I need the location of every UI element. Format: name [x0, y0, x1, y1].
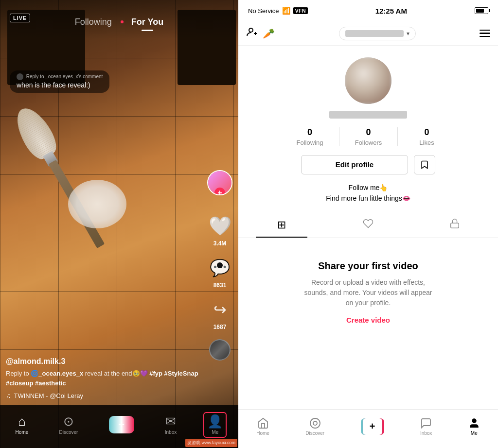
- music-disc: [209, 339, 231, 361]
- share-video-section: Share your first video Record or upload …: [238, 246, 498, 334]
- edit-profile-button[interactable]: Edit profile: [301, 155, 408, 174]
- likes-stat[interactable]: 0 Likes: [397, 127, 456, 146]
- nav-create[interactable]: [109, 416, 134, 433]
- wifi-icon: 📶: [282, 7, 290, 15]
- profile-top-nav: 🥕 ▾: [238, 21, 498, 46]
- nav-dot: [121, 20, 124, 23]
- top-navigation: LIVE Following For You: [0, 0, 238, 39]
- video-caption: Reply to 🌀_ocean.eyes_x reveal at the en…: [6, 369, 199, 388]
- me-highlight-box: [203, 412, 227, 438]
- caption-rest: reveal at the end🥹💜: [85, 370, 149, 377]
- svg-point-3: [313, 421, 317, 425]
- pnav-home[interactable]: Home: [256, 417, 269, 436]
- status-right: [475, 7, 488, 14]
- svg-point-4: [472, 419, 476, 423]
- tab-private[interactable]: [411, 212, 498, 238]
- right-actions: 🤍 3.4M 💬 8631 ↪ 1687: [207, 170, 232, 361]
- followers-count: 0: [366, 127, 371, 138]
- nav-inbox[interactable]: ✉ Inbox: [165, 415, 177, 435]
- username-pill[interactable]: ▾: [339, 27, 416, 40]
- avatar-section: [238, 46, 498, 111]
- battery-icon: [475, 7, 488, 14]
- bookmark-button[interactable]: [414, 155, 435, 174]
- discover-icon: ⊙: [63, 415, 74, 428]
- profile-nav-left: 🥕: [246, 26, 275, 41]
- music-disc-action[interactable]: [209, 339, 231, 361]
- following-count: 0: [307, 127, 312, 138]
- pnav-discover-icon: [309, 417, 321, 429]
- foryou-tab[interactable]: For You: [127, 15, 167, 29]
- creator-avatar-action[interactable]: [207, 170, 232, 195]
- video-info: @almond.milk.3 Reply to 🌀_ocean.eyes_x r…: [6, 357, 199, 399]
- status-left: No Service 📶 VFN: [248, 7, 308, 15]
- nav-inbox-label: Inbox: [165, 430, 177, 435]
- followers-label: Followers: [355, 139, 382, 146]
- heart-tab-icon: [363, 218, 374, 229]
- powder-puff: [68, 180, 126, 228]
- private-tab-icon: [449, 218, 460, 232]
- comment-count: 8631: [213, 282, 227, 289]
- likes-label: Likes: [419, 139, 434, 146]
- like-action[interactable]: 🤍 3.4M: [208, 214, 232, 247]
- music-title: TWINNEM - @Coi Leray: [14, 392, 84, 399]
- create-button[interactable]: [109, 416, 134, 433]
- comment-reply-to: Reply to _ocean.eyes_x's comment: [17, 73, 103, 80]
- pnav-create[interactable]: +: [361, 418, 384, 435]
- lock-icon: [449, 218, 460, 229]
- comment-action[interactable]: 💬 8631: [208, 256, 232, 289]
- username-blur-bar: [329, 111, 407, 119]
- action-buttons-row: Edit profile: [238, 155, 498, 174]
- share-video-description: Record or upload a video with effects, s…: [300, 277, 436, 308]
- profile-avatar: [345, 57, 391, 104]
- creator-avatar: [207, 170, 232, 195]
- comment-text: when is the face reveal:): [17, 81, 103, 89]
- nav-home[interactable]: ⌂ Home: [16, 415, 29, 435]
- chevron-down-icon: ▾: [407, 30, 409, 37]
- heart-icon-container: 🤍: [208, 214, 232, 238]
- following-tab[interactable]: Following: [71, 15, 116, 29]
- bio-section: Follow me👆 Find more fun little things👄: [238, 182, 498, 213]
- profile-content: 0 Following 0 Followers 0 Likes Edit pro…: [238, 46, 498, 448]
- status-time: 12:25 AM: [375, 7, 407, 15]
- share-action[interactable]: ↪ 1687: [208, 297, 232, 330]
- nav-tabs: Following For You: [71, 15, 167, 29]
- tab-videos[interactable]: ⊞: [238, 212, 325, 238]
- following-label: Following: [297, 139, 323, 146]
- heart-icon: 🤍: [209, 217, 231, 235]
- pnav-discover-label: Discover: [305, 431, 324, 436]
- ham-line-1: [480, 30, 490, 31]
- pnav-me-icon: [468, 417, 480, 429]
- music-info: ♫ TWINNEM - @Coi Leray: [6, 392, 199, 399]
- followers-stat[interactable]: 0 Followers: [339, 127, 397, 146]
- status-bar: No Service 📶 VFN 12:25 AM: [238, 0, 498, 21]
- ham-line-2: [480, 33, 490, 34]
- hamburger-menu-button[interactable]: [480, 30, 490, 37]
- video-username[interactable]: @almond.milk.3: [6, 357, 199, 366]
- caption-mention: 🌀_ocean.eyes_x: [31, 370, 83, 377]
- share-icon: ↪: [213, 300, 227, 319]
- pnav-inbox[interactable]: Inbox: [420, 417, 432, 436]
- svg-point-2: [310, 418, 320, 428]
- like-count: 3.4M: [213, 240, 227, 247]
- username-blur-block: [238, 111, 498, 119]
- svg-rect-1: [451, 223, 459, 228]
- following-stat[interactable]: 0 Following: [281, 127, 339, 146]
- inbox-icon: ✉: [165, 415, 176, 428]
- tab-liked[interactable]: [325, 212, 411, 238]
- add-friend-button[interactable]: [246, 26, 258, 41]
- carrot-icon: 🥕: [263, 28, 275, 39]
- bio-text-line2: Find more fun little things👄: [248, 193, 488, 204]
- bio-text-line1: Follow me👆: [248, 182, 488, 193]
- bookmark-icon: [420, 160, 429, 170]
- comment-bubble: Reply to _ocean.eyes_x's comment when is…: [10, 70, 109, 93]
- avatar-image-blurred: [345, 57, 391, 104]
- caption-text: Reply to: [6, 370, 31, 377]
- nav-discover[interactable]: ⊙ Discover: [59, 415, 78, 435]
- username-text-blurred: [345, 30, 404, 37]
- nav-me[interactable]: 👤 Me: [207, 415, 223, 435]
- create-video-button[interactable]: Create video: [346, 316, 390, 324]
- pnav-discover[interactable]: Discover: [305, 417, 324, 436]
- pnav-create-button[interactable]: +: [361, 418, 384, 435]
- pnav-me[interactable]: Me: [468, 417, 480, 436]
- share-count: 1687: [213, 324, 227, 330]
